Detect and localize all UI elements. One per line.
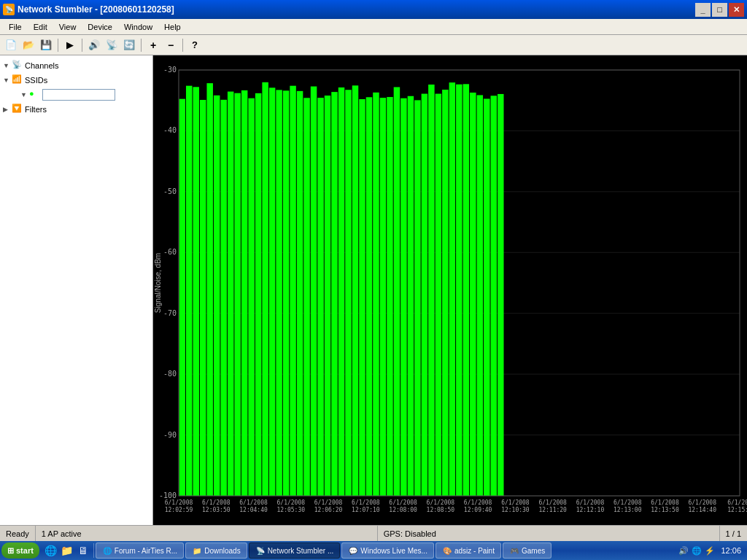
tray-network[interactable]: 🌐 (692, 546, 702, 556)
filters-icon: 🔽 (12, 104, 23, 115)
new-button[interactable]: 📄 (3, 37, 19, 53)
maximize-button[interactable]: □ (712, 3, 727, 17)
menu-help[interactable]: Help (158, 21, 187, 33)
taskbar-btn-downloads[interactable]: 📁 Downloads (185, 542, 247, 559)
menu-view[interactable]: View (53, 21, 82, 33)
tray-sound[interactable]: 🔊 (678, 546, 689, 556)
taskbar-btn-forum[interactable]: 🌐 Forum - AirTies R... (96, 542, 184, 559)
main-content: ▼ 📡 Channels ▼ 📶 SSIDs ▼ ● ▶ 🔽 Filters (0, 55, 747, 525)
zoom-out-button[interactable]: − (163, 37, 179, 53)
sidebar-item-filters[interactable]: ▶ 🔽 Filters (0, 102, 152, 117)
save-button[interactable]: 💾 (38, 37, 54, 53)
ssids-icon: 📶 (12, 74, 23, 86)
toolbar: 📄 📂 💾 ▶ 🔊 📡 🔄 + − ? (0, 35, 747, 55)
start-button[interactable]: ⊞ start (1, 542, 39, 559)
filters-label: Filters (25, 105, 47, 114)
sidebar-item-ap[interactable]: ▼ ● (0, 88, 152, 102)
taskbar-btn-games[interactable]: 🎮 Games (503, 542, 551, 559)
tray-power[interactable]: ⚡ (705, 546, 715, 556)
sidebar-item-ssids[interactable]: ▼ 📶 SSIDs (0, 73, 152, 88)
channels-label: Channels (25, 61, 58, 70)
forum-icon: 🌐 (102, 545, 112, 556)
scan-button[interactable]: 📡 (104, 37, 120, 53)
channels-expand: ▼ (3, 62, 12, 69)
taskbar: ⊞ start 🌐 📁 🖥 🌐 Forum - AirTies R... 📁 D… (0, 541, 747, 560)
signal-chart (153, 55, 747, 525)
window-title: Network Stumbler - [20080601120258] (18, 4, 174, 15)
toolbar-sep-2 (82, 39, 82, 52)
toolbar-sep-3 (141, 39, 142, 52)
ssids-label: SSIDs (25, 76, 47, 85)
start-orb: ⊞ (7, 546, 14, 556)
speaker-button[interactable]: 🔊 (86, 37, 102, 53)
taskbar-btn-stumbler[interactable]: 📡 Network Stumbler ... (249, 542, 341, 559)
close-button[interactable]: ✕ (729, 3, 744, 17)
play-button[interactable]: ▶ (62, 37, 78, 53)
minimize-button[interactable]: _ (695, 3, 711, 17)
menu-file[interactable]: File (3, 21, 28, 33)
open-button[interactable]: 📂 (20, 37, 36, 53)
menu-bar: File Edit View Device Window Help (0, 19, 747, 35)
taskbar-time: 12:06 (721, 546, 741, 555)
menu-window[interactable]: Window (118, 21, 158, 33)
stumbler-icon: 📡 (255, 545, 266, 556)
filters-expand: ▶ (3, 106, 12, 113)
status-ready: Ready (0, 526, 36, 541)
downloads-icon: 📁 (192, 545, 202, 556)
app-icon: 📡 (3, 4, 15, 15)
chart-area (153, 55, 747, 525)
toolbar-sep-1 (58, 39, 58, 52)
quick-folder[interactable]: 📁 (60, 543, 74, 558)
window-controls: _ □ ✕ (695, 3, 744, 17)
quick-launch: 🌐 📁 🖥 (41, 543, 94, 558)
quick-desktop[interactable]: 🖥 (76, 543, 90, 558)
quick-ie[interactable]: 🌐 (44, 543, 58, 558)
status-gps: GPS: Disabled (378, 526, 720, 541)
sidebar-item-channels[interactable]: ▼ 📡 Channels (0, 58, 152, 73)
ap-expand: ▼ (20, 91, 29, 98)
games-icon: 🎮 (509, 545, 519, 556)
taskbar-right: 🔊 🌐 ⚡ 12:06 (674, 546, 746, 556)
taskbar-btn-paint[interactable]: 🎨 adsiz - Paint (436, 542, 501, 559)
status-count: 1 / 1 (720, 526, 747, 541)
help-button[interactable]: ? (187, 37, 203, 53)
sidebar: ▼ 📡 Channels ▼ 📶 SSIDs ▼ ● ▶ 🔽 Filters (0, 55, 153, 525)
menu-edit[interactable]: Edit (28, 21, 53, 33)
paint-icon: 🎨 (442, 545, 452, 556)
toolbar-sep-4 (182, 39, 183, 52)
menu-device[interactable]: Device (82, 21, 118, 33)
taskbar-btn-wlm[interactable]: 💬 Windows Live Mes... (341, 542, 434, 559)
recycle-button[interactable]: 🔄 (121, 37, 137, 53)
title-bar: 📡 Network Stumbler - [20080601120258] _ … (0, 0, 747, 19)
wlm-icon: 💬 (348, 545, 358, 556)
ssid-input[interactable] (42, 89, 115, 101)
zoom-in-button[interactable]: + (145, 37, 161, 53)
ap-icon: ● (29, 89, 41, 101)
channels-icon: 📡 (12, 60, 23, 71)
status-ap-active: 1 AP active (36, 526, 378, 541)
status-bar: Ready 1 AP active GPS: Disabled 1 / 1 (0, 525, 747, 541)
ssids-expand: ▼ (3, 77, 12, 84)
